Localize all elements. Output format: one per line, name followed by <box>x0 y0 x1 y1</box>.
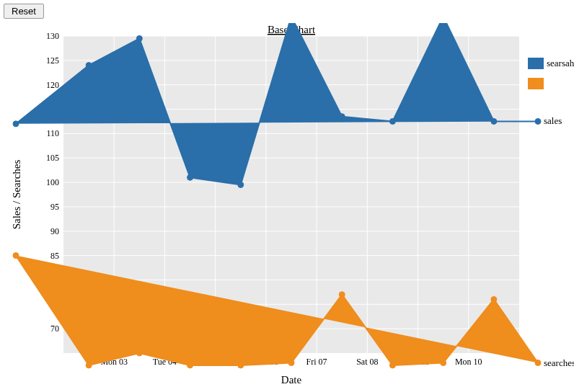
y-tick-label: 90 <box>50 226 59 236</box>
y-tick-label: 95 <box>50 202 59 212</box>
data-point[interactable] <box>136 350 142 356</box>
x-tick-label: Sat 08 <box>356 357 378 367</box>
x-tick-label: Mon 10 <box>455 357 482 367</box>
series-label-sales: sales <box>544 115 562 126</box>
data-point[interactable] <box>136 35 142 41</box>
data-point[interactable] <box>13 121 19 127</box>
y-tick-label: 130 <box>46 31 59 41</box>
data-point[interactable] <box>86 63 92 68</box>
legend-swatch-searches[interactable] <box>528 78 544 89</box>
y-tick-label: 125 <box>46 55 59 66</box>
y-tick-label: 100 <box>46 177 59 187</box>
data-point[interactable] <box>535 360 541 366</box>
data-point[interactable] <box>491 118 497 124</box>
series-label-searches: searches <box>544 357 574 368</box>
y-tick-label: 120 <box>46 80 59 90</box>
data-point[interactable] <box>13 253 19 259</box>
data-point[interactable] <box>187 174 193 180</box>
legend: searsahles <box>528 58 574 89</box>
data-point[interactable] <box>535 118 541 124</box>
x-tick-label: Fri 07 <box>306 357 327 367</box>
y-tick-label: 110 <box>46 128 59 138</box>
legend-swatch-sales[interactable] <box>528 58 544 69</box>
app-container: Reset 707580859095100105110115120125130M… <box>0 0 574 392</box>
data-point[interactable] <box>238 182 244 187</box>
data-point[interactable] <box>389 362 395 368</box>
chart-area: 707580859095100105110115120125130Mon 03T… <box>0 23 574 392</box>
data-point[interactable] <box>339 114 345 120</box>
legend-label-overlap: searsahles <box>547 58 574 68</box>
y-tick-label: 85 <box>50 251 59 261</box>
y-tick-label: 105 <box>46 153 59 163</box>
y-axis-label: Sales / Searches <box>11 160 22 230</box>
data-point[interactable] <box>491 297 497 303</box>
data-point[interactable] <box>187 362 193 368</box>
data-point[interactable] <box>86 362 92 368</box>
reset-button[interactable]: Reset <box>4 4 44 19</box>
data-point[interactable] <box>441 360 446 366</box>
x-axis-label: Date <box>281 374 302 386</box>
y-tick-label: 70 <box>50 324 59 334</box>
line-chart: 707580859095100105110115120125130Mon 03T… <box>0 23 574 392</box>
data-point[interactable] <box>288 360 294 366</box>
data-point[interactable] <box>238 362 244 368</box>
data-point[interactable] <box>389 118 395 124</box>
data-point[interactable] <box>339 292 345 298</box>
